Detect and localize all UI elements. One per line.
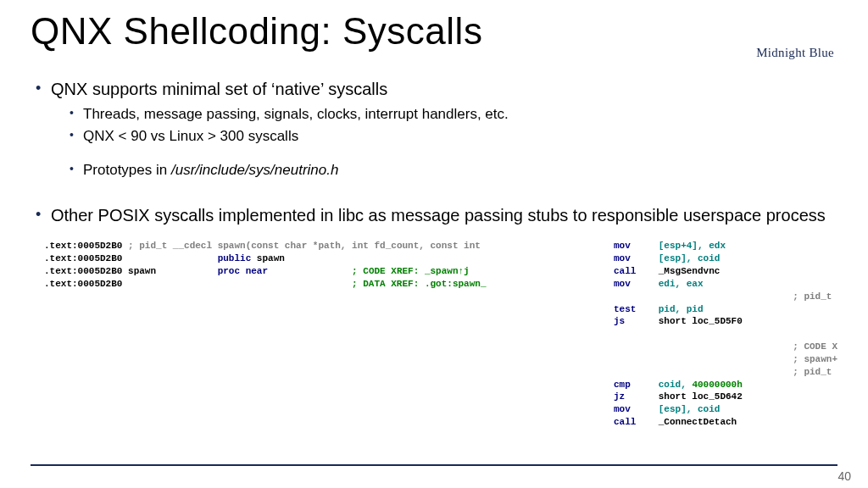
slide-title: QNX Shellcoding: Syscalls [31,10,482,53]
title-row: QNX Shellcoding: Syscalls Midnight Blue [31,10,837,60]
bullet-1-2: QNX < 90 vs Linux > 300 syscalls [51,127,837,146]
moon-icon [776,12,814,47]
bullet-1-3-pre: Prototypes in [83,162,171,178]
disassembly-right: mov [esp+4], edx mov [esp], coid call _M… [614,240,837,429]
code-row: .text:0005D2B0 ; pid_t __cdecl spawn(con… [44,240,837,429]
bullet-1-1: Threads, message passing, signals, clock… [51,105,837,124]
bullet-1-3: Prototypes in /usr/include/sys/neutrino.… [51,161,837,180]
footer-rule [31,464,837,466]
disassembly-left: .text:0005D2B0 ; pid_t __cdecl spawn(con… [44,240,487,429]
brand-logo: Midnight Blue [756,12,834,60]
brand-name: Midnight Blue [756,46,834,60]
page-number: 40 [837,469,851,483]
bullet-1-3-path: /usr/include/sys/neutrino.h [171,162,339,178]
bullet-1-text: QNX supports minimal set of ‘native’ sys… [51,80,387,98]
bullet-2: Other POSIX syscalls implemented in libc… [31,205,837,226]
bullet-1: QNX supports minimal set of ‘native’ sys… [31,79,837,180]
slide-content: QNX supports minimal set of ‘native’ sys… [31,79,837,429]
slide: QNX Shellcoding: Syscalls Midnight Blue … [0,0,868,488]
